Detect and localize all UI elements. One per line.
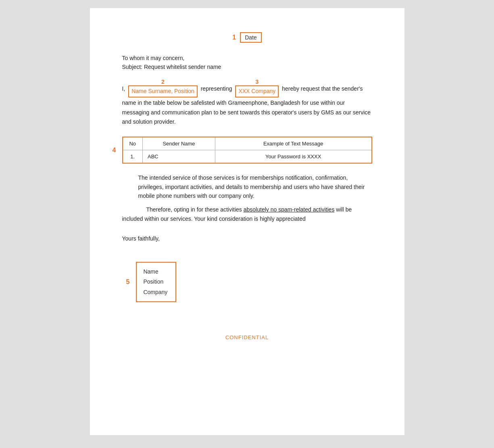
salutation: To whom it may concern, bbox=[122, 55, 372, 61]
service-para2: Therefore, opting in for these activitie… bbox=[122, 205, 372, 223]
body1-mid: representing bbox=[201, 85, 232, 92]
name-position-field[interactable]: Name Surname, Position bbox=[128, 85, 198, 97]
step3-number: 3 bbox=[255, 79, 258, 85]
service-para2-before: Therefore, opting in for these activitie… bbox=[146, 206, 242, 213]
cell-sender-name: ABC bbox=[143, 150, 215, 164]
signature-section: 5 Name Position Company bbox=[126, 262, 372, 302]
col-header-sender: Sender Name bbox=[143, 137, 215, 150]
document-page: 1 Date To whom it may concern, Subject: … bbox=[90, 8, 404, 435]
step5-number: 5 bbox=[126, 278, 130, 286]
step4-number: 4 bbox=[113, 147, 116, 154]
signature-name: Name bbox=[143, 267, 169, 277]
header-date-section: 1 Date bbox=[122, 32, 372, 43]
company-field[interactable]: XXX Company bbox=[235, 85, 279, 97]
step1-number: 1 bbox=[232, 34, 236, 41]
cell-no: 1. bbox=[123, 150, 143, 164]
service-para1: The intended service of those services i… bbox=[138, 173, 372, 200]
confidential-label: CONFIDENTIAL bbox=[122, 334, 372, 340]
yours-faithfully: Yours faithfully, bbox=[122, 235, 372, 242]
signature-position: Position bbox=[143, 277, 169, 287]
col-header-example: Example of Text Message bbox=[215, 137, 372, 150]
table-row: 1. ABC Your Password is XXXX bbox=[123, 150, 372, 164]
col-header-no: No bbox=[123, 137, 143, 150]
signature-company: Company bbox=[143, 287, 169, 297]
date-field[interactable]: Date bbox=[240, 32, 262, 43]
step2-number: 2 bbox=[161, 79, 165, 85]
signature-box: Name Position Company bbox=[136, 262, 176, 302]
service-para1-text: The intended service of those services i… bbox=[138, 174, 365, 199]
body1-before: I, bbox=[122, 85, 125, 92]
body-paragraph-1: I, 2 Name Surname, Position representing… bbox=[122, 80, 372, 127]
cell-example: Your Password is XXXX bbox=[215, 150, 372, 164]
subject: Subject: Request whitelist sender name bbox=[122, 64, 372, 70]
no-spam-text: absolutely no spam-related activities bbox=[244, 206, 335, 213]
table-section: 4 No Sender Name Example of Text Message… bbox=[122, 137, 372, 164]
sender-table: No Sender Name Example of Text Message 1… bbox=[122, 137, 372, 164]
